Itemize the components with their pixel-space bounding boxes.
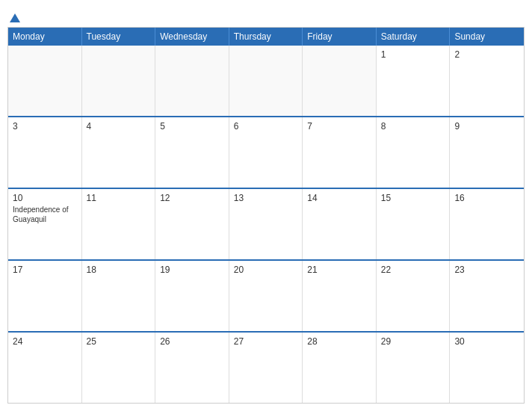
day-cell: 9 — [450, 117, 524, 188]
day-cell: 12 — [155, 189, 229, 259]
logo-icon — [8, 12, 22, 25]
week-row-3: 10Independence of Guayaquil111213141516 — [8, 188, 524, 259]
day-cell: 20 — [229, 261, 303, 331]
day-number: 13 — [234, 193, 298, 203]
day-number: 28 — [307, 336, 371, 347]
day-number: 1 — [381, 49, 445, 60]
day-cell: 2 — [450, 46, 524, 116]
logo — [7, 12, 22, 22]
day-cell: 17 — [8, 261, 82, 331]
page: MondayTuesdayWednesdayThursdayFridaySatu… — [0, 0, 532, 411]
day-cell: 19 — [155, 261, 229, 331]
day-cell: 1 — [377, 46, 451, 116]
week-row-4: 17181920212223 — [8, 259, 524, 331]
day-number: 11 — [87, 193, 151, 203]
day-cell: 8 — [377, 117, 451, 188]
day-number: 14 — [307, 193, 371, 203]
calendar: MondayTuesdayWednesdayThursdayFridaySatu… — [7, 27, 525, 404]
day-cell — [303, 46, 377, 116]
day-cell — [8, 46, 82, 116]
day-number: 4 — [87, 121, 151, 132]
day-number: 23 — [454, 265, 519, 275]
day-name-thursday: Thursday — [229, 28, 303, 46]
day-cell: 6 — [229, 117, 303, 188]
header — [7, 7, 525, 27]
day-number: 2 — [454, 49, 519, 60]
calendar-body: 12345678910Independence of Guayaquil1112… — [8, 46, 524, 403]
day-cell: 13 — [229, 189, 303, 259]
holiday-text: Independence of Guayaquil — [13, 205, 77, 224]
day-cell — [82, 46, 156, 116]
week-row-1: 12 — [8, 46, 524, 116]
day-cell: 14 — [303, 189, 377, 259]
day-number: 21 — [307, 265, 371, 275]
day-number: 12 — [160, 193, 224, 203]
week-row-2: 3456789 — [8, 116, 524, 188]
day-name-tuesday: Tuesday — [82, 28, 156, 46]
day-number: 6 — [234, 121, 298, 132]
day-cell: 15 — [377, 189, 451, 259]
day-cell: 21 — [303, 261, 377, 331]
day-cell — [155, 46, 229, 116]
day-name-wednesday: Wednesday — [155, 28, 229, 46]
day-cell: 16 — [450, 189, 524, 259]
day-number: 19 — [160, 265, 224, 275]
day-number: 20 — [234, 265, 298, 275]
day-cell: 24 — [8, 333, 82, 403]
day-number: 15 — [381, 193, 445, 203]
day-number: 9 — [454, 121, 519, 132]
day-cell — [229, 46, 303, 116]
day-cell: 11 — [82, 189, 156, 259]
day-number: 22 — [381, 265, 445, 275]
day-cell: 10Independence of Guayaquil — [8, 189, 82, 259]
day-number: 26 — [160, 336, 224, 347]
day-cell: 23 — [450, 261, 524, 331]
day-cell: 29 — [377, 333, 451, 403]
day-number: 10 — [13, 193, 77, 203]
day-name-sunday: Sunday — [450, 28, 524, 46]
day-cell: 26 — [155, 333, 229, 403]
day-cell: 22 — [377, 261, 451, 331]
day-number: 25 — [87, 336, 151, 347]
day-cell: 3 — [8, 117, 82, 188]
day-cell: 27 — [229, 333, 303, 403]
day-number: 18 — [87, 265, 151, 275]
day-cell: 30 — [450, 333, 524, 403]
day-cell: 18 — [82, 261, 156, 331]
day-name-monday: Monday — [8, 28, 82, 46]
day-number: 3 — [13, 121, 77, 132]
svg-marker-0 — [10, 13, 20, 22]
week-row-5: 24252627282930 — [8, 331, 524, 403]
day-number: 7 — [307, 121, 371, 132]
day-number: 8 — [381, 121, 445, 132]
day-number: 17 — [13, 265, 77, 275]
day-number: 16 — [454, 193, 519, 203]
day-number: 30 — [454, 336, 519, 347]
day-cell: 25 — [82, 333, 156, 403]
calendar-header: MondayTuesdayWednesdayThursdayFridaySatu… — [8, 28, 524, 46]
day-number: 27 — [234, 336, 298, 347]
day-cell: 5 — [155, 117, 229, 188]
day-name-friday: Friday — [303, 28, 377, 46]
day-cell: 28 — [303, 333, 377, 403]
day-number: 29 — [381, 336, 445, 347]
day-cell: 7 — [303, 117, 377, 188]
day-name-saturday: Saturday — [377, 28, 451, 46]
day-number: 24 — [13, 336, 77, 347]
day-cell: 4 — [82, 117, 156, 188]
day-number: 5 — [160, 121, 224, 132]
